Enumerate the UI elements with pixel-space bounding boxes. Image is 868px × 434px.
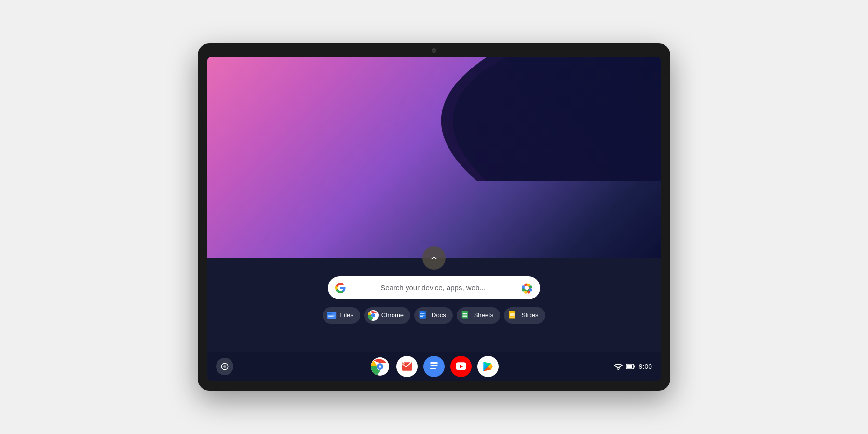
svg-rect-16 (328, 315, 336, 315)
chevron-up-icon (429, 253, 439, 263)
files-app-chip[interactable]: Files (323, 307, 360, 324)
svg-point-46 (617, 369, 619, 370)
taskbar-apps (369, 356, 499, 377)
svg-rect-48 (634, 366, 635, 368)
taskbar-play-icon (482, 360, 494, 373)
svg-point-10 (527, 290, 530, 293)
google-g-icon (335, 282, 346, 294)
taskbar-play-button[interactable] (477, 356, 499, 377)
taskbar-docs-button[interactable] (423, 356, 445, 377)
svg-rect-23 (420, 313, 425, 314)
svg-point-41 (379, 365, 381, 368)
slides-chip-label: Slides (521, 312, 538, 319)
home-icon (220, 362, 229, 371)
taskbar-docs-icon (428, 361, 440, 372)
taskbar-youtube-icon (455, 360, 467, 373)
svg-point-5 (522, 285, 525, 288)
taskbar-chrome-icon (371, 357, 389, 376)
files-chip-label: Files (340, 312, 353, 319)
svg-point-9 (529, 288, 532, 291)
home-button[interactable] (216, 358, 233, 375)
taskbar: 9:00 (207, 352, 661, 381)
screen: Search your device, apps, web... (207, 57, 661, 381)
svg-point-7 (527, 283, 530, 286)
svg-rect-25 (420, 316, 423, 316)
recent-apps-row: Files Chrome (323, 307, 545, 324)
sheets-chip-label: Sheets (474, 312, 493, 319)
clock-display: 9:00 (639, 363, 652, 370)
files-icon (326, 310, 337, 321)
chrome-app-chip[interactable]: Chrome (364, 307, 410, 324)
svg-rect-27 (462, 313, 465, 314)
wallpaper-curve-svg (207, 57, 661, 181)
svg-rect-29 (462, 314, 465, 315)
slides-chip-icon (508, 310, 518, 321)
svg-rect-30 (465, 314, 467, 315)
taskbar-gmail-button[interactable] (396, 356, 418, 377)
svg-rect-17 (328, 316, 334, 316)
taskbar-status: 9:00 (614, 363, 652, 370)
svg-point-20 (372, 314, 375, 317)
svg-rect-24 (420, 315, 425, 315)
svg-point-12 (522, 288, 525, 291)
taskbar-youtube-button[interactable] (450, 356, 472, 377)
svg-rect-34 (510, 313, 515, 316)
docs-chip-label: Docs (432, 312, 446, 319)
svg-rect-32 (465, 316, 467, 317)
chrome-chip-label: Chrome (381, 312, 404, 319)
docs-app-chip[interactable]: Docs (414, 307, 453, 324)
search-bar[interactable]: Search your device, apps, web... (328, 276, 540, 299)
svg-rect-15 (327, 313, 332, 314)
sheets-chip-icon (461, 310, 471, 321)
taskbar-gmail-icon (401, 360, 413, 373)
battery-icon (626, 363, 635, 370)
svg-rect-35 (510, 317, 515, 317)
slides-app-chip[interactable]: Slides (504, 307, 545, 324)
camera (432, 48, 436, 53)
search-placeholder: Search your device, apps, web... (351, 284, 515, 292)
wifi-icon (614, 363, 623, 370)
svg-rect-43 (430, 365, 438, 366)
svg-rect-44 (430, 368, 436, 369)
taskbar-play-bg (477, 356, 499, 377)
docs-chip-icon (418, 310, 429, 321)
wallpaper (207, 57, 661, 258)
taskbar-docs-bg (423, 356, 445, 377)
sheets-app-chip[interactable]: Sheets (457, 307, 500, 324)
taskbar-chrome-button[interactable] (369, 356, 391, 377)
svg-point-8 (529, 285, 532, 288)
svg-rect-28 (465, 313, 467, 314)
chrome-chip-icon (368, 310, 379, 321)
svg-point-37 (223, 365, 226, 368)
taskbar-youtube-bg (450, 356, 472, 377)
svg-rect-42 (430, 362, 438, 364)
svg-rect-31 (462, 316, 465, 317)
svg-rect-49 (627, 365, 632, 368)
svg-point-13 (525, 285, 529, 290)
show-apps-button[interactable] (422, 246, 446, 270)
google-assistant-icon (520, 281, 533, 295)
tablet-frame: Search your device, apps, web... (198, 43, 670, 391)
svg-point-11 (524, 290, 527, 293)
